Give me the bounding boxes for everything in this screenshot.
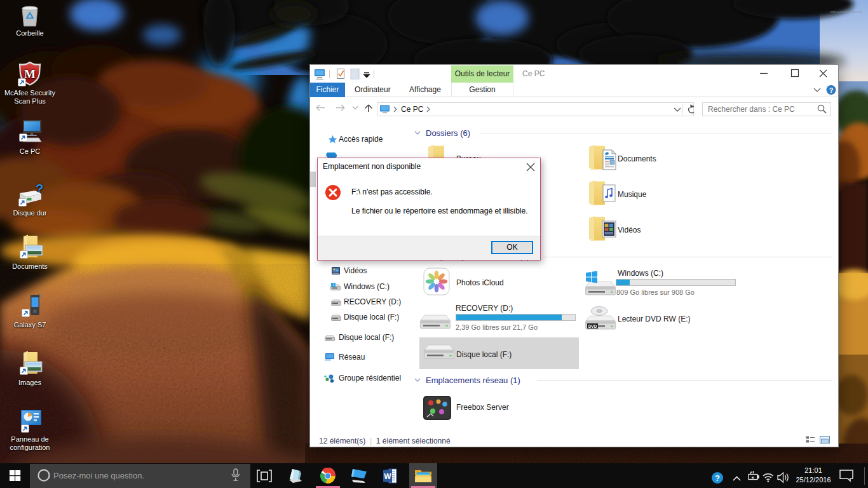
svg-text:DVD: DVD [588, 324, 597, 329]
svg-text:M: M [24, 67, 36, 81]
svg-text:?: ? [829, 86, 834, 94]
svg-text:UNECOUPDEPOUCE.COM: UNECOUPDEPOUCE.COM [830, 10, 862, 13]
svg-text:?: ? [715, 473, 720, 483]
svg-text:W: W [384, 472, 391, 481]
svg-text:Ce PC: Ce PC [401, 105, 424, 114]
